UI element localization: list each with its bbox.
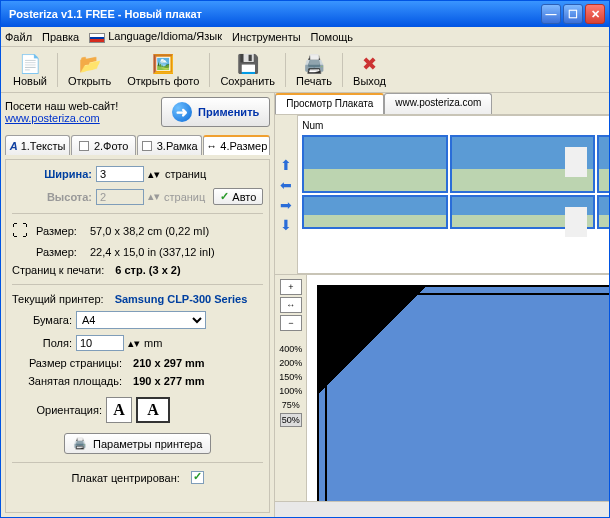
preview-tab[interactable]: Просмотр Плаката <box>275 93 384 114</box>
zoom-75[interactable]: 75% <box>281 399 301 411</box>
preview-page <box>317 285 609 501</box>
nav-right-icon[interactable]: ➡ <box>277 196 295 214</box>
zoom-fit-button[interactable]: ↔ <box>280 297 302 313</box>
num-label: Num <box>302 120 609 131</box>
menu-language[interactable]: Language/Idioma/Язык <box>89 30 222 42</box>
orient-portrait[interactable]: A <box>106 397 132 423</box>
new-icon: 📄 <box>19 53 41 75</box>
orient-landscape[interactable]: A <box>136 397 170 423</box>
menu-tools[interactable]: Инструменты <box>232 31 301 43</box>
menu-edit[interactable]: Правка <box>42 31 79 43</box>
menu-file[interactable]: Файл <box>5 31 32 43</box>
zoom-400[interactable]: 400% <box>278 343 303 355</box>
zoom-in-button[interactable]: + <box>280 279 302 295</box>
new-button[interactable]: 📄Новый <box>5 51 55 89</box>
tab-photo[interactable]: 2.Фото <box>71 135 136 155</box>
flag-icon <box>89 33 105 43</box>
centered-checkbox[interactable] <box>191 471 204 484</box>
nav-up-icon[interactable]: ⬆ <box>277 156 295 174</box>
apply-arrow-icon: ➜ <box>172 102 192 122</box>
margin-input[interactable] <box>76 335 124 351</box>
width-label: Ширина: <box>12 168 92 180</box>
height-label: Высота: <box>12 191 92 203</box>
zoom-200[interactable]: 200% <box>278 357 303 369</box>
window-title: Posteriza v1.1 FREE - Новый плакат <box>5 8 541 20</box>
zoom-column: + ↔ − 400% 200% 150% 100% 75% 50% <box>275 275 307 501</box>
pages-to-print: 6 стр. (3 x 2) <box>115 264 180 276</box>
thumb-nav: ⬆ ⬅ ➡ ⬇ <box>275 115 297 274</box>
auto-button[interactable]: ✓Авто <box>213 188 263 205</box>
tab-size[interactable]: ↔4.Размер <box>203 135 270 155</box>
nav-down-icon[interactable]: ⬇ <box>277 216 295 234</box>
open-photo-button[interactable]: 🖼️Открыть фото <box>119 51 207 89</box>
size-panel: Ширина: ▴▾ страниц Высота: ▴▾ страниц ✓А… <box>5 159 270 513</box>
titlebar: Posteriza v1.1 FREE - Новый плакат — ☐ ✕ <box>1 1 609 27</box>
current-printer: Samsung CLP-300 Series <box>115 293 248 305</box>
zoom-100[interactable]: 100% <box>278 385 303 397</box>
print-button[interactable]: 🖨️Печать <box>288 51 340 89</box>
open-icon: 📂 <box>79 53 101 75</box>
tab-texts[interactable]: A1.Тексты <box>5 135 70 155</box>
width-input[interactable] <box>96 166 144 182</box>
thumb-1[interactable] <box>302 135 447 193</box>
thumb-3[interactable] <box>597 135 609 193</box>
right-pane: Просмотр Плаката www.posteriza.com ⬆ ⬅ ➡… <box>274 93 609 517</box>
save-button[interactable]: 💾Сохранить <box>212 51 283 89</box>
save-icon: 💾 <box>237 53 259 75</box>
close-button[interactable]: ✕ <box>585 4 605 24</box>
web-tab[interactable]: www.posteriza.com <box>384 93 492 114</box>
zoom-out-button[interactable]: − <box>280 315 302 331</box>
preview-h-scrollbar[interactable] <box>275 501 609 517</box>
zoom-150[interactable]: 150% <box>278 371 303 383</box>
exit-icon: ✖ <box>362 53 377 75</box>
tabstrip: A1.Тексты 2.Фото 3.Рамка ↔4.Размер <box>5 135 270 155</box>
left-pane: Посети наш web-сайт! www.posteriza.com ➜… <box>1 93 274 517</box>
open-button[interactable]: 📂Открыть <box>60 51 119 89</box>
thumb-5[interactable] <box>450 195 595 229</box>
website-label: Посети наш web-сайт! <box>5 100 155 112</box>
thumb-2[interactable] <box>450 135 595 193</box>
height-input <box>96 189 144 205</box>
preview-canvas[interactable] <box>307 275 609 501</box>
photo-icon: 🖼️ <box>152 53 174 75</box>
paper-select[interactable]: A4 <box>76 311 206 329</box>
exit-button[interactable]: ✖Выход <box>345 51 394 89</box>
zoom-50[interactable]: 50% <box>280 413 302 427</box>
nav-left-icon[interactable]: ⬅ <box>277 176 295 194</box>
tab-frame[interactable]: 3.Рамка <box>137 135 202 155</box>
minimize-button[interactable]: — <box>541 4 561 24</box>
thumb-4[interactable] <box>302 195 447 229</box>
toolbar: 📄Новый 📂Открыть 🖼️Открыть фото 💾Сохранит… <box>1 47 609 93</box>
website-link[interactable]: www.posteriza.com <box>5 112 100 124</box>
print-icon: 🖨️ <box>303 53 325 75</box>
menubar: Файл Правка Language/Idioma/Язык Инструм… <box>1 27 609 47</box>
maximize-button[interactable]: ☐ <box>563 4 583 24</box>
printer-icon: 🖨️ <box>73 437 87 450</box>
printer-settings-button[interactable]: 🖨️Параметры принтера <box>64 433 211 454</box>
apply-button[interactable]: ➜ Применить <box>161 97 270 127</box>
thumb-6[interactable] <box>597 195 609 229</box>
menu-help[interactable]: Помощь <box>311 31 354 43</box>
